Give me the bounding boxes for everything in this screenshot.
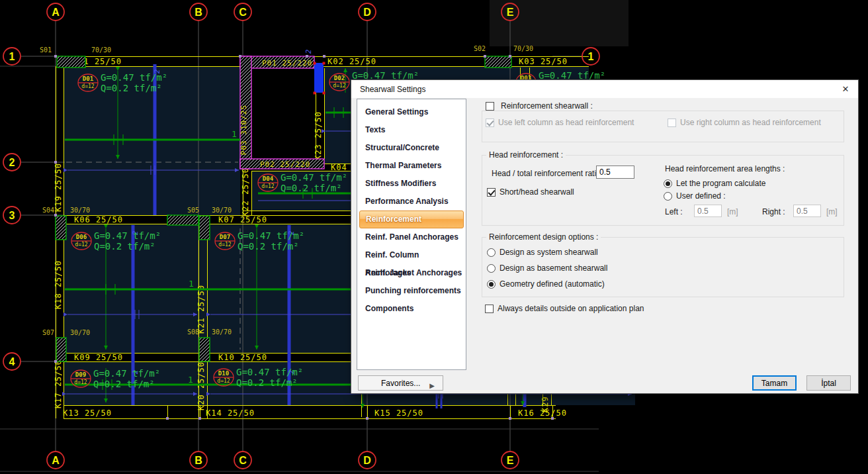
grid-bubble-2-left: 2 (3, 154, 21, 171)
use-left-column-checkbox[interactable]: Use left column as head reinforcement (486, 118, 634, 127)
always-details-outside-checkbox[interactable]: Always details outside on application pl… (485, 304, 644, 313)
svg-text:3: 3 (9, 210, 15, 221)
svg-text:G=0.47 tf/m²: G=0.47 tf/m² (94, 230, 161, 241)
sidebar-item-reinf-panel-anchorages[interactable]: Reinf. Panel Anchorages (357, 228, 466, 246)
favorites-button[interactable]: Favorites... ▶ (358, 375, 443, 391)
svg-text:K02 25/50: K02 25/50 (327, 57, 376, 66)
svg-text:1: 1 (588, 51, 594, 62)
svg-text:Q=0.2 tf/m²: Q=0.2 tf/m² (281, 183, 342, 193)
svg-text:D04: D04 (263, 175, 274, 182)
svg-text:d=12: d=12 (81, 83, 94, 89)
dialog-title: Shearwall Settings (360, 85, 425, 94)
flyout-arrow-icon: ▶ (429, 379, 435, 393)
checkbox-icon (668, 118, 676, 127)
grid-bubble-E-bottom: E (501, 451, 519, 469)
svg-text:D02: D02 (334, 75, 345, 81)
left-length-input[interactable] (694, 205, 722, 217)
svg-text:D06: D06 (76, 234, 87, 240)
grid-bubble-B-bottom: B (190, 451, 207, 469)
radio-user-defined[interactable]: User defined : (664, 191, 726, 201)
svg-text:P01 25/220: P01 25/220 (262, 59, 312, 68)
svg-text:1: 1 (232, 129, 237, 139)
radio-icon (487, 248, 496, 257)
short-head-shearwall-checkbox[interactable]: Short/head shearwall (487, 187, 574, 197)
svg-text:K13 25/50: K13 25/50 (63, 408, 112, 418)
svg-text:1: 1 (188, 375, 193, 385)
svg-text:Q=0.2 tf/m²: Q=0.2 tf/m² (236, 377, 298, 388)
svg-text:K21 25/50: K21 25/50 (196, 285, 206, 334)
svg-text:K19 25/50: K19 25/50 (54, 163, 63, 212)
svg-text:Q=0.2 tf/m²: Q=0.2 tf/m² (238, 241, 299, 252)
sidebar-item-stiffness-modifiers[interactable]: Stiffness Modifiers (357, 175, 466, 193)
svg-text:K03 25/50: K03 25/50 (519, 57, 568, 66)
right-unit-label: [m] (824, 207, 840, 216)
right-label: Right : (760, 207, 788, 216)
svg-text:K23 25/50: K23 25/50 (314, 111, 323, 160)
sidebar-item-reinforcement-selected[interactable]: Reinforcement (359, 211, 464, 228)
grid-bubble-D-top: D (359, 3, 376, 21)
radio-icon (664, 192, 672, 201)
group-caption: Reinforcement design options : (486, 232, 601, 242)
grid-bubble-A-top: A (47, 3, 64, 21)
checkbox-icon (486, 102, 494, 111)
svg-text:B: B (195, 455, 202, 466)
svg-text:d=12: d=12 (217, 378, 230, 384)
radio-let-program-calculate[interactable]: Let the program calculate (664, 179, 765, 188)
sidebar-item-reinf-column-anchorages[interactable]: Reinf. Column Anchorages (357, 246, 466, 264)
svg-text:70/30: 70/30 (91, 46, 111, 54)
svg-text:30/70: 30/70 (212, 328, 232, 336)
radio-geometry-defined-automatic[interactable]: Geometry defined (automatic) (487, 279, 605, 289)
shearwall-segment (314, 63, 324, 93)
area-lengths-label: Head reinforcement area lengths : (662, 164, 787, 173)
svg-text:C: C (239, 7, 247, 18)
svg-text:d=12: d=12 (261, 183, 274, 189)
radio-icon (664, 179, 672, 188)
dialog-titlebar[interactable]: Shearwall Settings ✕ (351, 80, 858, 98)
svg-text:D09: D09 (75, 371, 86, 378)
svg-text:1: 1 (189, 279, 194, 289)
svg-text:d=12: d=12 (333, 83, 345, 89)
sidebar-item-thermal-parameters[interactable]: Thermal Parameters (357, 157, 466, 175)
close-icon[interactable]: ✕ (837, 82, 854, 96)
sidebar-item-texts[interactable]: Texts (357, 121, 466, 139)
svg-text:K10 25/50: K10 25/50 (218, 353, 267, 362)
svg-text:S04: S04 (42, 207, 54, 214)
svg-text:K09 25/50: K09 25/50 (74, 353, 123, 362)
svg-text:D01: D01 (83, 75, 93, 82)
sidebar-item-general-settings[interactable]: General Settings (357, 103, 466, 121)
right-length-input[interactable] (793, 205, 821, 217)
cancel-button[interactable]: İptal (806, 375, 851, 391)
svg-text:K06 25/50: K06 25/50 (74, 215, 123, 224)
left-unit-label: [m] (724, 207, 741, 216)
svg-text:G=0.47 tf/m²: G=0.47 tf/m² (93, 368, 160, 379)
svg-text:2: 2 (9, 157, 15, 168)
grid-bubble-4-left: 4 (3, 353, 21, 370)
svg-text:G=0.47 tf/m²: G=0.47 tf/m² (236, 367, 303, 377)
checkbox-icon (485, 305, 494, 313)
stair-shaft-shearwalls: P01 25/220 P02 25/220 P03 310/25 2 (239, 49, 326, 169)
grid-bubble-C-bottom: C (234, 451, 251, 469)
checkbox-icon (486, 118, 494, 127)
sidebar-item-components[interactable]: Components (357, 300, 466, 318)
radio-design-as-basement-shearwall[interactable]: Design as basement shearwall (487, 263, 607, 273)
sidebar-item-structural-concrete[interactable]: Structural/Concrete (357, 139, 466, 157)
svg-text:D10: D10 (218, 370, 229, 377)
radio-design-as-system-shearwall[interactable]: Design as system shearwall (487, 248, 598, 257)
svg-text:Q=0.2 tf/m²: Q=0.2 tf/m² (101, 83, 162, 93)
ratio-input[interactable] (596, 166, 634, 179)
svg-text:K20 25/50: K20 25/50 (196, 361, 206, 410)
ok-button[interactable]: Tamam (752, 375, 797, 391)
sidebar-item-reinf-jacket-anchorages[interactable]: Reinf. Jacket Anchorages (357, 264, 466, 282)
ratio-label: Head / total reinforcement ratio : (489, 169, 607, 178)
svg-text:Q=0.2 tf/m²: Q=0.2 tf/m² (94, 241, 155, 252)
svg-text:S02: S02 (474, 45, 486, 52)
grid-bubble-C-top: C (234, 3, 251, 21)
sidebar-item-performance-analysis[interactable]: Performance Analysis (357, 193, 466, 211)
reinforcement-shearwall-checkbox[interactable]: Reinforcement shearwall : (486, 101, 595, 111)
sidebar-item-punching-reinforcements[interactable]: Punching reinforcements (357, 282, 466, 300)
use-right-column-checkbox[interactable]: Use right column as head reinforcement (668, 118, 821, 127)
svg-text:S01: S01 (40, 46, 52, 54)
svg-text:30/70: 30/70 (70, 207, 90, 214)
svg-text:G=0.47 tf/m²: G=0.47 tf/m² (101, 72, 167, 83)
svg-text:K18 25/50: K18 25/50 (54, 260, 63, 309)
